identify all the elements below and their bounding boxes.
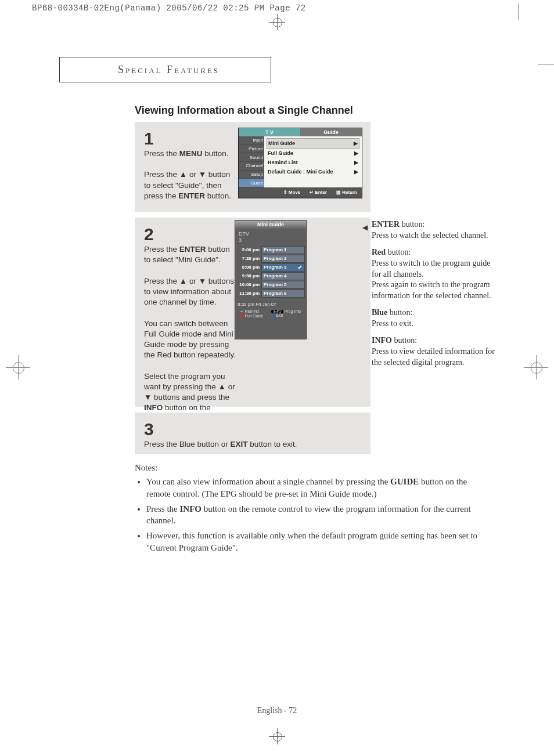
label: Remind List [268, 160, 298, 165]
hint: Full Guide [245, 314, 264, 318]
hint-enter: Enter [315, 190, 327, 195]
text: You can switch between Full Guide mode a… [144, 319, 236, 360]
osd-tv-menu: T V Guide Input Picture Sound Channel Se… [238, 128, 362, 198]
crop-mark-top [269, 14, 285, 30]
check-icon: ✔ [298, 264, 303, 271]
program: Program 5 [261, 281, 305, 289]
step-1-block: 1 Press the MENU button. Press the ▲ or … [135, 122, 370, 212]
registration-mark-right [524, 355, 548, 379]
text-bold: ENTER [372, 220, 400, 229]
text: Press the [144, 245, 179, 254]
label: Default Guide [268, 169, 302, 175]
time: 10:00 pm [236, 282, 261, 287]
text: Press to exit. [372, 319, 413, 328]
osd2-row: 9:30 pmProgram 4 [236, 272, 305, 280]
time: 7:30 pm [236, 256, 261, 261]
text: Press again to switch to the program inf… [372, 280, 491, 300]
osd-side-channel: Channel [239, 162, 264, 171]
osd-row-mini-guide: Mini Guide▶ [267, 138, 359, 149]
hint: Exit [276, 313, 283, 317]
side-notes: ◀ ENTER button:Press to watch the select… [372, 219, 499, 374]
osd2-row: 10:00 pmProgram 5 [236, 281, 305, 289]
text: Press to watch the selected channel. [372, 231, 488, 240]
text: Press the [144, 149, 179, 158]
text-bold: EXIT [231, 440, 248, 448]
osd2-footer: ↵ RemindFull Guide INFO Prog InfoExit [235, 308, 306, 320]
osd-row-remind-list: Remind List▶ [267, 158, 359, 167]
step-3-text: Press the Blue button or EXIT button to … [144, 439, 341, 450]
registration-mark-left [6, 355, 30, 379]
caret-right-icon: ▶ [354, 150, 358, 156]
step-2-block: 2 Press the ENTER button to select "Mini… [135, 218, 370, 407]
text: button: [400, 220, 425, 229]
text: Press to view detailed information for t… [372, 347, 495, 367]
hint: Prog Info [285, 309, 301, 313]
trim-mark [519, 3, 519, 20]
text: Press the ▲ or ▼ buttons to view informa… [144, 277, 234, 306]
step-1-text: Press the MENU button. Press the ▲ or ▼ … [144, 149, 237, 201]
osd-side-guide: Guide [239, 179, 264, 187]
text-bold: INFO [372, 336, 392, 345]
time: 11:30 pm [236, 291, 261, 296]
text: button: [387, 308, 412, 317]
text-bold: ENTER [179, 245, 206, 254]
text: button. [203, 149, 229, 158]
step-3-block: 3 Press the Blue button or EXIT button t… [135, 413, 370, 454]
hint-return: Return [342, 190, 357, 195]
page-footer: English - 72 [0, 706, 554, 715]
osd-row-default-guide: Default Guide : Mini Guide▶ [267, 167, 359, 176]
osd-tab-tv: T V [239, 128, 300, 136]
page-title: Viewing Information about a Single Chann… [135, 104, 353, 117]
label: Full Guide [268, 150, 293, 156]
text-bold: MENU [179, 149, 203, 158]
osd-row-full-guide: Full Guide▶ [267, 149, 359, 158]
text: button: [386, 248, 411, 256]
section-title: Special Features [118, 64, 220, 76]
hint-move: Move [289, 190, 300, 195]
print-header: BP68-00334B-02Eng(Panama) 2005/06/22 02:… [32, 3, 306, 13]
osd-tab-guide: Guide [300, 128, 362, 136]
time: 5:00 pm [236, 247, 261, 252]
text-bold: Red [372, 248, 386, 256]
osd2-row: 7:30 pmProgram 2 [236, 255, 305, 263]
osd-mini-guide: Mini Guide DTV3 5:00 pmProgram 1 7:30 pm… [235, 220, 307, 339]
text: Select the program you want by pressing … [144, 372, 235, 401]
program: Program 2 [261, 255, 305, 263]
osd-side-input: Input [239, 136, 264, 145]
text: button. [205, 191, 231, 200]
osd2-title: Mini Guide [235, 220, 306, 229]
note-item: Press the INFO button on the remote cont… [146, 503, 492, 527]
osd-side-setup: Setup [239, 171, 264, 179]
program: Program 6 [261, 290, 305, 298]
osd2-channel: DTV3 [235, 229, 306, 246]
text-bold: INFO [144, 403, 163, 412]
osd2-row: 5:00 pmProgram 1 [236, 246, 305, 254]
trim-mark [538, 64, 554, 64]
time: 9:30 pm [236, 273, 261, 278]
osd-side-picture: Picture [239, 145, 264, 154]
caret-right-icon: ▶ [354, 160, 358, 165]
notes-section: Notes: You can also view information abo… [135, 462, 492, 557]
section-header-box: Special Features [59, 57, 271, 82]
osd2-timestamp: 8:32 pm Fri Jan 07 [235, 298, 306, 308]
program-selected: Program 3✔ [261, 263, 305, 272]
program: Program 4 [261, 272, 305, 280]
osd-side-sound: Sound [239, 153, 264, 162]
osd2-row: 8:00 pmProgram 3✔ [236, 263, 305, 272]
value: : Mini Guide [303, 169, 333, 175]
hint: Remind [245, 309, 259, 313]
osd-footer: ⇕ Move ↵ Enter ▥ Return [239, 187, 362, 197]
crop-mark-bottom [269, 728, 285, 744]
text-bold: ENTER [178, 191, 205, 200]
text: Press to switch to the program guide for… [372, 259, 491, 278]
text-bold: Blue [372, 308, 387, 317]
step-2-text: Press the ENTER button to select "Mini G… [144, 244, 237, 424]
label: Mini Guide [268, 140, 295, 146]
caret-right-icon: ▶ [354, 140, 358, 146]
text: Press the Blue button or [144, 440, 231, 448]
caret-left-icon: ◀ [362, 223, 368, 232]
note-item: However, this function is available only… [146, 530, 492, 554]
text: button to exit. [248, 440, 297, 448]
time: 8:00 pm [236, 265, 261, 270]
text: button: [392, 336, 417, 345]
